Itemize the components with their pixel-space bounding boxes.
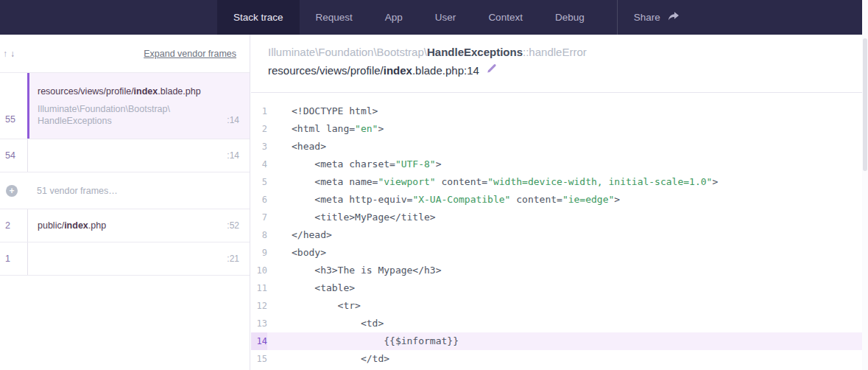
expand-plus-icon[interactable]: + (6, 185, 18, 197)
code-line: 1<!DOCTYPE html> (251, 102, 868, 120)
code-line: 6 <meta http-equiv="X-UA-Compatible" con… (251, 191, 868, 209)
code-line-number: 10 (251, 262, 267, 279)
code-line: 4 <meta charset="UTF-8"> (251, 156, 868, 173)
code-line-text: <h3>The is Mypage</h3> (267, 262, 442, 279)
frame-number: 55 (0, 73, 27, 139)
code-line: 12 <tr> (251, 297, 868, 315)
code-line-text: <title>MyPage</title> (267, 209, 436, 226)
frame-line-number: :52 (227, 220, 239, 231)
file-path-row: resources/views/profile/index.blade.php:… (268, 61, 853, 80)
code-line-text: <tr> (267, 297, 361, 315)
code-line: 14 {{$informat}} (251, 332, 868, 350)
tab-request[interactable]: Request (300, 0, 369, 35)
code-line-text: </head> (267, 226, 332, 244)
frame-sort-controls[interactable]: ↑ ↓ (3, 49, 15, 59)
code-line-number: 15 (251, 350, 267, 368)
frame-line-number: :14 (227, 150, 239, 161)
frame-row[interactable]: 1:21 (0, 242, 250, 276)
code-line-number: 12 (251, 297, 267, 315)
frame-list: 55resources/views/profile/index.blade.ph… (0, 73, 250, 276)
code-line-number: 4 (251, 156, 267, 173)
code-viewer: 1<!DOCTYPE html>2<html lang="en">3<head>… (251, 93, 868, 368)
frame-row[interactable]: 55resources/views/profile/index.blade.ph… (0, 73, 250, 139)
pencil-icon[interactable] (486, 61, 497, 80)
main-panel: Illuminate\Foundation\Bootstrap\HandleEx… (251, 35, 868, 370)
scrollbar-thumb[interactable] (863, 38, 867, 171)
frame-body: :14 (27, 139, 250, 172)
code-line: 2<html lang="en"> (251, 120, 868, 138)
code-line-number: 1 (251, 102, 267, 120)
code-line-text: <meta http-equiv="X-UA-Compatible" conte… (267, 191, 620, 209)
frame-number: 1 (0, 242, 27, 275)
code-line-number: 5 (251, 173, 267, 191)
code-line: 7 <title>MyPage</title> (251, 209, 868, 226)
tab-stack-trace[interactable]: Stack trace (217, 0, 300, 35)
tab-user[interactable]: User (419, 0, 473, 35)
down-arrow-icon[interactable]: ↓ (10, 49, 15, 59)
frame-body: public/index.php:52 (27, 209, 250, 242)
code-line-number: 3 (251, 138, 267, 156)
code-line: 8</head> (251, 226, 868, 244)
code-line: 10 <h3>The is Mypage</h3> (251, 262, 868, 279)
tab-context[interactable]: Context (472, 0, 539, 35)
tab-debug[interactable]: Debug (539, 0, 601, 35)
code-line-text: <!DOCTYPE html> (267, 102, 378, 120)
code-line: 11 <table> (251, 279, 868, 297)
top-nav: Stack traceRequestAppUserContextDebug Sh… (0, 0, 868, 35)
code-line: 9<body> (251, 244, 868, 262)
exception-class: HandleExceptions (427, 46, 523, 58)
exception-breadcrumb: Illuminate\Foundation\Bootstrap\HandleEx… (268, 43, 853, 61)
code-line-number: 6 (251, 191, 267, 209)
exception-method: ::handleError (523, 46, 587, 58)
code-line: 3<head> (251, 138, 868, 156)
nav-tabs: Stack traceRequestAppUserContextDebug (217, 0, 601, 35)
code-line-number: 2 (251, 120, 267, 138)
tab-app[interactable]: App (369, 0, 419, 35)
frame-detail-header: Illuminate\Foundation\Bootstrap\HandleEx… (251, 35, 868, 93)
code-line-number: 7 (251, 209, 267, 226)
code-line: 13 <td> (251, 315, 868, 332)
code-line: 15 </td> (251, 350, 868, 368)
code-line-text: <head> (267, 138, 326, 156)
code-line-text: <html lang="en"> (267, 120, 384, 138)
code-line-text: </td> (267, 350, 389, 368)
file-path: resources/views/profile/index.blade.php:… (268, 61, 479, 80)
frame-file-path: resources/views/profile/index.blade.php (38, 85, 239, 98)
sidebar-header: ↑ ↓ Expand vendor frames (0, 35, 250, 73)
code-line-text: <body> (267, 244, 326, 262)
code-line-text: <td> (267, 315, 384, 332)
share-label: Share (634, 12, 660, 23)
code-line-number: 11 (251, 279, 267, 297)
frame-body: resources/views/profile/index.blade.phpI… (27, 73, 250, 139)
code-line-text: {{$informat}} (267, 332, 459, 350)
code-line-number: 13 (251, 315, 267, 332)
expand-vendor-frames-link[interactable]: Expand vendor frames (144, 49, 236, 59)
frame-row[interactable]: 2public/index.php:52 (0, 209, 250, 242)
frame-file-path: public/index.php (38, 219, 239, 232)
share-button[interactable]: Share (618, 0, 696, 35)
code-line-text: <meta name="viewport" content="width=dev… (267, 173, 718, 191)
frame-method: Illuminate\Foundation\Bootstrap\HandleEx… (38, 103, 239, 127)
frame-line-number: :14 (227, 115, 239, 125)
up-arrow-icon[interactable]: ↑ (3, 49, 7, 59)
frame-row[interactable]: 54:14 (0, 139, 250, 172)
vendor-frames-row[interactable]: +51 vendor frames… (0, 172, 250, 209)
page-scrollbar[interactable] (862, 0, 868, 370)
share-arrow-icon (667, 11, 680, 24)
frame-line-number: :21 (227, 254, 239, 264)
code-line-number: 14 (251, 332, 267, 350)
code-line: 5 <meta name="viewport" content="width=d… (251, 173, 868, 191)
frame-number: 54 (0, 139, 27, 172)
frame-number: 2 (0, 209, 27, 242)
vendor-frames-label: 51 vendor frames… (37, 186, 118, 196)
exception-namespace: Illuminate\Foundation\Bootstrap\ (268, 46, 427, 58)
frame-body: :21 (27, 242, 250, 275)
code-line-number: 8 (251, 226, 267, 244)
code-line-number: 9 (251, 244, 267, 262)
code-line-text: <table> (267, 279, 355, 297)
stack-frame-sidebar: ↑ ↓ Expand vendor frames 55resources/vie… (0, 35, 250, 370)
code-line-text: <meta charset="UTF-8"> (267, 156, 442, 173)
